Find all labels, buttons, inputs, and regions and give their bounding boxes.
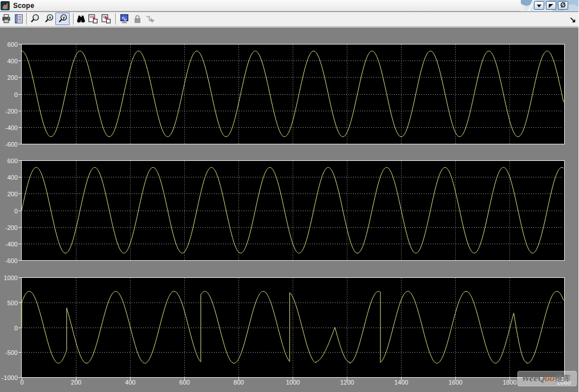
scope-axes-1: 6004002000-200-400-600	[5, 41, 565, 148]
y-tick-label: -600	[5, 141, 18, 148]
watermark-badge: WeeQoo维库	[517, 371, 577, 386]
y-tick-label: 200	[7, 191, 18, 197]
scope-axes-3: 10005000-500-100002004006008001000120014…	[2, 274, 571, 386]
y-tick-label: 600	[7, 157, 18, 164]
x-tick-label: 0	[20, 379, 23, 386]
x-tick-label: 1000	[286, 379, 299, 386]
x-tick-label: 1200	[340, 379, 354, 386]
maximize-icon	[549, 4, 553, 8]
zoom-icon	[30, 14, 40, 24]
watermark-prefix: WeeQ	[521, 373, 545, 383]
zoom-y-button[interactable]: y	[58, 14, 68, 24]
parameters-button[interactable]	[14, 14, 24, 24]
maximize-button[interactable]	[546, 1, 556, 10]
close-icon: Ø	[558, 2, 568, 9]
binoculars-icon	[76, 14, 86, 24]
x-tick-label: 400	[125, 379, 135, 386]
y-tick-label: -600	[5, 257, 18, 264]
toolbar: x y	[0, 12, 579, 26]
x-tick-label: 200	[71, 379, 81, 386]
toolbar-separator	[26, 13, 29, 25]
floating-scope-icon	[119, 14, 129, 24]
print-button[interactable]	[1, 14, 11, 24]
svg-text:y: y	[63, 15, 66, 20]
y-tick-label: -200	[5, 224, 18, 231]
y-tick-label: 400	[7, 58, 18, 64]
minimize-icon	[537, 5, 541, 7]
plot-area-2[interactable]	[22, 161, 565, 261]
signal-selection-icon	[145, 14, 156, 24]
plot-area-3[interactable]	[22, 278, 565, 378]
y-tick-label: 500	[7, 300, 18, 306]
y-tick-label: 400	[7, 174, 18, 181]
scope-axes-2: 6004002000-200-400-600	[5, 157, 565, 264]
toolbar-divider-light	[0, 27, 579, 27]
y-tick-label: 0	[14, 208, 18, 215]
lock-icon	[132, 14, 143, 24]
floating-scope-button[interactable]	[119, 14, 129, 24]
signal-selection-button[interactable]	[145, 14, 156, 24]
y-tick-label: -200	[5, 108, 18, 115]
y-tick-label: 600	[7, 41, 18, 48]
x-tick-label: 1400	[394, 379, 408, 386]
matlab-icon	[1, 1, 10, 10]
y-tick-label: 0	[14, 91, 18, 98]
print-icon	[1, 14, 11, 24]
zoom-x-button[interactable]: x	[44, 14, 54, 24]
lock-axes-button[interactable]	[132, 14, 143, 24]
title-bar: Scope Ø	[0, 0, 579, 11]
toolbar-separator	[73, 13, 75, 25]
x-tick-label: 1800	[503, 379, 516, 386]
svg-text:x: x	[49, 15, 52, 20]
restore-axes-icon	[101, 14, 111, 24]
minimize-button[interactable]	[534, 1, 544, 10]
y-tick-label: -1000	[2, 374, 18, 381]
x-tick-label: 600	[179, 379, 189, 386]
x-tick-label: 1600	[448, 379, 462, 386]
y-tick-label: -400	[5, 124, 18, 131]
parameters-icon	[14, 14, 24, 24]
y-tick-label: 1000	[4, 274, 18, 281]
zoom-button[interactable]	[30, 14, 40, 24]
y-tick-label: 200	[7, 74, 18, 81]
restore-axes-button[interactable]	[101, 14, 111, 24]
scope-plots: 6004002000-200-400-6006004002000-200-400…	[0, 0, 579, 392]
toolbar-overflow-arrow[interactable]: ↘	[569, 15, 577, 24]
toolbar-separator	[115, 13, 118, 25]
watermark-accent: oo	[545, 373, 554, 383]
y-tick-label: -400	[5, 241, 18, 248]
window-title: Scope	[13, 2, 34, 10]
watermark-suffix: 维库	[554, 374, 570, 383]
autoscale-button[interactable]	[76, 14, 86, 24]
close-button[interactable]: Ø	[558, 1, 568, 10]
x-tick-label: 800	[233, 379, 244, 386]
zoom-y-icon: y	[58, 14, 68, 24]
save-axes-icon	[88, 14, 98, 24]
scope-window: 6004002000-200-400-6006004002000-200-400…	[0, 0, 579, 392]
zoom-x-icon: x	[44, 14, 54, 24]
y-tick-label: 0	[14, 325, 18, 332]
y-tick-label: -500	[5, 349, 18, 356]
save-axes-button[interactable]	[88, 14, 98, 24]
